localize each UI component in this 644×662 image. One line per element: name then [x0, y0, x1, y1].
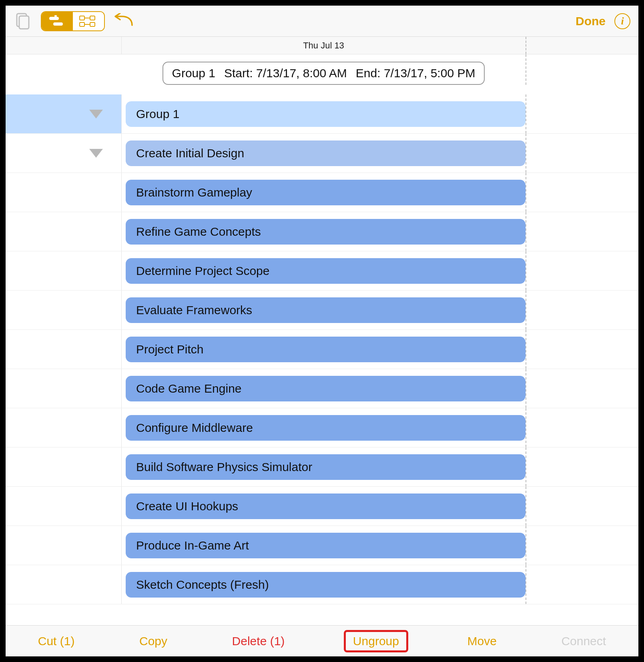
task-row[interactable]: Build Software Physics Simulator	[6, 447, 638, 487]
task-bar[interactable]: Create Initial Design	[126, 140, 526, 166]
task-bar[interactable]: Group 1	[126, 101, 526, 127]
task-row[interactable]: Group 1	[6, 94, 638, 134]
timeline-lane[interactable]: Configure Middleware	[122, 408, 526, 447]
svg-rect-3	[53, 22, 63, 26]
gantt-area[interactable]: Group 1 Start: 7/13/17, 8:00 AM End: 7/1…	[6, 54, 638, 625]
outline-cell[interactable]	[6, 408, 122, 447]
outline-cell[interactable]	[6, 369, 122, 408]
outline-cell[interactable]	[6, 134, 122, 173]
svg-rect-1	[19, 16, 29, 29]
view-mode-gantt[interactable]	[42, 12, 73, 30]
task-row[interactable]: Configure Middleware	[6, 408, 638, 447]
toolbar: Done i	[6, 6, 638, 37]
disclosure-triangle-icon[interactable]	[89, 110, 103, 118]
outline-cell[interactable]	[6, 173, 122, 212]
info-icon[interactable]: i	[614, 13, 630, 29]
task-bar[interactable]: Evaluate Frameworks	[126, 297, 526, 323]
move-button[interactable]: Move	[461, 632, 502, 650]
task-row[interactable]: Brainstorm Gameplay	[6, 173, 638, 212]
timeline-lane[interactable]: Refine Game Concepts	[122, 212, 526, 251]
outline-cell[interactable]	[6, 212, 122, 251]
documents-icon[interactable]	[14, 12, 32, 30]
task-bar[interactable]: Configure Middleware	[126, 415, 526, 441]
task-bar[interactable]: Refine Game Concepts	[126, 219, 526, 245]
task-row[interactable]: Sketch Concepts (Fresh)	[6, 565, 638, 604]
connect-button: Connect	[556, 632, 612, 650]
timeline-lane[interactable]: Create UI Hookups	[122, 487, 526, 526]
outline-cell[interactable]	[6, 526, 122, 565]
svg-rect-7	[90, 16, 95, 20]
outline-header	[6, 37, 122, 54]
timeline-lane[interactable]: Group 1	[122, 94, 526, 133]
bubble-start: Start: 7/13/17, 8:00 AM	[224, 66, 347, 80]
view-mode-segmented[interactable]	[41, 11, 105, 31]
task-bar[interactable]: Project Pitch	[126, 337, 526, 362]
task-row[interactable]: Produce In-Game Art	[6, 526, 638, 565]
bubble-end: End: 7/13/17, 5:00 PM	[356, 66, 475, 80]
task-row[interactable]: Create UI Hookups	[6, 487, 638, 526]
task-bar[interactable]: Brainstorm Gameplay	[126, 180, 526, 205]
svg-rect-5	[80, 16, 84, 20]
outline-cell[interactable]	[6, 447, 122, 486]
task-bar[interactable]: Determine Project Scope	[126, 258, 526, 284]
cut-button[interactable]: Cut (1)	[32, 632, 80, 650]
undo-icon[interactable]	[114, 13, 135, 29]
bubble-group: Group 1	[172, 66, 215, 80]
delete-button[interactable]: Delete (1)	[227, 632, 291, 650]
timeline-lane[interactable]: Code Game Engine	[122, 369, 526, 408]
svg-rect-6	[80, 22, 84, 26]
task-bar[interactable]: Produce In-Game Art	[126, 533, 526, 558]
outline-cell[interactable]	[6, 565, 122, 604]
task-row[interactable]: Create Initial Design	[6, 134, 638, 173]
outline-cell[interactable]	[6, 330, 122, 369]
view-mode-network[interactable]	[73, 12, 104, 30]
copy-button[interactable]: Copy	[134, 632, 173, 650]
date-column-header: Thu Jul 13	[122, 37, 526, 54]
task-bar[interactable]: Build Software Physics Simulator	[126, 454, 526, 480]
done-button[interactable]: Done	[576, 14, 606, 28]
task-row[interactable]: Refine Game Concepts	[6, 212, 638, 251]
timeline-lane[interactable]: Brainstorm Gameplay	[122, 173, 526, 212]
task-bar[interactable]: Code Game Engine	[126, 376, 526, 401]
selection-info-row: Group 1 Start: 7/13/17, 8:00 AM End: 7/1…	[6, 54, 638, 94]
outline-cell[interactable]	[6, 94, 122, 133]
timeline-lane[interactable]: Evaluate Frameworks	[122, 291, 526, 329]
selection-info-bubble[interactable]: Group 1 Start: 7/13/17, 8:00 AM End: 7/1…	[163, 62, 485, 85]
task-row[interactable]: Evaluate Frameworks	[6, 291, 638, 330]
timeline-lane[interactable]: Project Pitch	[122, 330, 526, 369]
edit-actions-bar: Cut (1) Copy Delete (1) Ungroup Move Con…	[6, 625, 638, 656]
timeline-lane[interactable]: Sketch Concepts (Fresh)	[122, 565, 526, 604]
outline-cell[interactable]	[6, 291, 122, 329]
timeline-lane[interactable]: Determine Project Scope	[122, 251, 526, 290]
outline-cell[interactable]	[6, 487, 122, 526]
timeline-lane[interactable]: Produce In-Game Art	[122, 526, 526, 565]
svg-rect-8	[90, 22, 95, 26]
timeline-lane[interactable]: Create Initial Design	[122, 134, 526, 173]
task-row[interactable]: Project Pitch	[6, 330, 638, 369]
task-row[interactable]: Code Game Engine	[6, 369, 638, 408]
timeline-header: Thu Jul 13	[6, 37, 638, 54]
task-bar[interactable]: Sketch Concepts (Fresh)	[126, 572, 526, 598]
task-row[interactable]: Determine Project Scope	[6, 251, 638, 291]
task-bar[interactable]: Create UI Hookups	[126, 493, 526, 519]
timeline-lane[interactable]: Build Software Physics Simulator	[122, 447, 526, 486]
disclosure-triangle-icon[interactable]	[89, 149, 103, 158]
svg-rect-2	[49, 17, 59, 20]
outline-cell[interactable]	[6, 251, 122, 290]
ungroup-button[interactable]: Ungroup	[344, 630, 408, 652]
